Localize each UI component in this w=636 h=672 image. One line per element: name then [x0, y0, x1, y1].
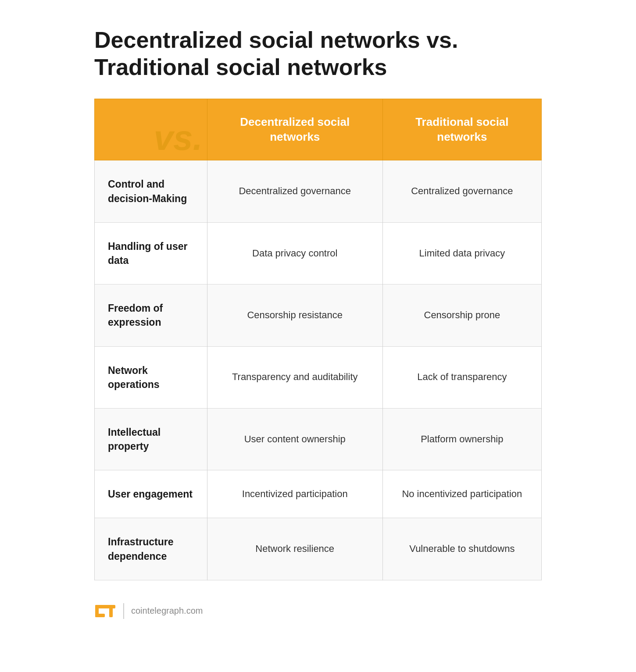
traditional-cell-0: Centralized governance [382, 160, 541, 222]
table-row: Control and decision-MakingDecentralized… [95, 160, 542, 222]
decentralized-cell-6: Network resilience [207, 518, 382, 580]
decentralized-cell-0: Decentralized governance [207, 160, 382, 222]
page-container: Decentralized social networks vs. Tradit… [77, 0, 559, 646]
svg-rect-1 [95, 605, 108, 608]
traditional-cell-5: No incentivized participation [382, 470, 541, 518]
footer-divider [123, 603, 124, 619]
table-row: User engagementIncentivized participatio… [95, 470, 542, 518]
row-label-6: Infrastructure dependence [95, 518, 207, 580]
row-label-2: Freedom of expression [95, 284, 207, 346]
traditional-cell-1: Limited data privacy [382, 222, 541, 284]
row-label-4: Intellectual property [95, 408, 207, 470]
row-label-1: Handling of user data [95, 222, 207, 284]
decentralized-cell-5: Incentivized participation [207, 470, 382, 518]
comparison-table: vs. Decentralized social networks Tradit… [94, 99, 542, 580]
logo-svg [94, 602, 116, 620]
table-row: Handling of user dataData privacy contro… [95, 222, 542, 284]
row-label-5: User engagement [95, 470, 207, 518]
vs-label: vs. [154, 121, 203, 156]
traditional-cell-2: Censorship prone [382, 284, 541, 346]
traditional-cell-6: Vulnerable to shutdowns [382, 518, 541, 580]
traditional-cell-4: Platform ownership [382, 408, 541, 470]
traditional-cell-3: Lack of transparency [382, 346, 541, 408]
decentralized-cell-3: Transparency and auditability [207, 346, 382, 408]
table-row: Intellectual propertyUser content owners… [95, 408, 542, 470]
decentralized-cell-1: Data privacy control [207, 222, 382, 284]
footer-url: cointelegraph.com [131, 606, 203, 616]
svg-rect-4 [107, 605, 115, 608]
footer: cointelegraph.com [94, 602, 542, 620]
decentralized-cell-2: Censorship resistance [207, 284, 382, 346]
row-label-0: Control and decision-Making [95, 160, 207, 222]
table-row: Network operationsTransparency and audit… [95, 346, 542, 408]
row-label-3: Network operations [95, 346, 207, 408]
header-empty-cell: vs. [95, 99, 207, 160]
page-title: Decentralized social networks vs. Tradit… [94, 26, 542, 81]
header-traditional: Traditional social networks [382, 99, 541, 160]
cointelegraph-logo [94, 602, 116, 620]
header-decentralized: Decentralized social networks [207, 99, 382, 160]
decentralized-cell-4: User content ownership [207, 408, 382, 470]
table-header-row: vs. Decentralized social networks Tradit… [95, 99, 542, 160]
table-row: Infrastructure dependenceNetwork resilie… [95, 518, 542, 580]
svg-rect-2 [95, 614, 105, 617]
table-body: Control and decision-MakingDecentralized… [95, 160, 542, 580]
table-row: Freedom of expressionCensorship resistan… [95, 284, 542, 346]
